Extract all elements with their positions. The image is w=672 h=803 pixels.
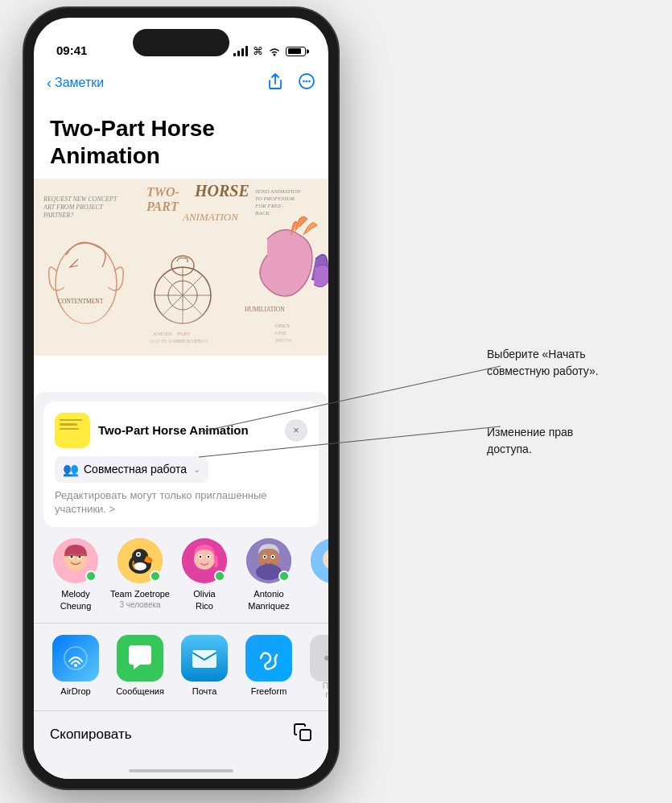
phone-frame: 09:41 ⌘ (24, 8, 338, 789)
horse-sketch: REQUEST NEW CONCEPT ART FROM PROJECT PAR… (34, 179, 328, 356)
svg-point-60 (256, 564, 282, 580)
app-label-freeform: Freeform (251, 686, 287, 696)
note-content: Two-Part HorseAnimation REQUEST NEW CONC… (34, 101, 328, 779)
person-melody[interactable]: MelodyCheung (43, 538, 108, 612)
close-icon: × (293, 424, 299, 436)
avatar-wrapper-olivia (182, 538, 227, 583)
home-indicator (129, 769, 233, 772)
wifi-icon: ⌘ (253, 45, 263, 57)
notes-app-icon (55, 413, 90, 448)
svg-rect-73 (300, 730, 311, 740)
person-name-olivia: OliviaRico (193, 588, 216, 612)
person-name-melody: MelodyCheung (60, 588, 92, 612)
battery-icon (286, 47, 306, 56)
svg-point-0 (274, 53, 276, 56)
online-badge-olivia (214, 570, 225, 582)
sketch-area: REQUEST NEW CONCEPT ART FROM PROJECT PAR… (34, 179, 328, 356)
note-title-area: Two-Part HorseAnimation (34, 101, 328, 179)
apps-row: AirDrop Сообщения (34, 623, 328, 710)
copy-row[interactable]: Скопировать (34, 710, 328, 756)
svg-point-49 (194, 549, 215, 570)
app-messages[interactable]: Сообщения (108, 635, 172, 699)
svg-point-70 (324, 656, 328, 661)
nav-bar: ‹ Заметки (34, 65, 328, 101)
person-name-team: Team Zoetrope (110, 588, 170, 599)
app-label-airdrop: AirDrop (60, 686, 90, 696)
svg-rect-35 (34, 179, 328, 356)
app-label-more: Про...по... (323, 682, 328, 699)
copy-icon (293, 723, 312, 747)
app-airdrop[interactable]: AirDrop (43, 635, 108, 699)
person-team-zoetrope[interactable]: Team Zoetrope 3 человека (108, 538, 172, 612)
share-sheet: Two-Part Horse Animation × 👥 Совместная … (34, 392, 328, 779)
dynamic-island (133, 29, 229, 56)
collab-title: Two-Part Horse Animation (98, 423, 249, 437)
more-apps-icon (310, 635, 328, 682)
phone-screen: 09:41 ⌘ (34, 18, 328, 779)
close-button[interactable]: × (285, 419, 307, 442)
svg-point-2 (303, 80, 305, 82)
mail-icon (181, 635, 228, 682)
svg-point-68 (74, 664, 77, 667)
people-row: MelodyCheung (34, 527, 328, 623)
people-icon: 👥 (63, 462, 79, 477)
app-label-messages: Сообщения (116, 686, 164, 696)
person-name-antonio: AntonioManriquez (248, 588, 289, 612)
app-more[interactable]: Про...по... (301, 635, 328, 699)
back-button[interactable]: ‹ Заметки (47, 75, 104, 92)
collab-header: Two-Part Horse Animation × (55, 413, 307, 448)
copy-label: Скопировать (50, 727, 132, 743)
svg-point-53 (208, 556, 209, 558)
chevron-left-icon: ‹ (47, 75, 52, 92)
app-freeform[interactable]: Freeform (237, 635, 301, 699)
svg-point-47 (134, 562, 146, 570)
annotation-1: Выберите «Начать совместную работу». (487, 346, 648, 380)
airdrop-icon (52, 635, 99, 682)
note-title: Two-Part HorseAnimation (50, 115, 312, 169)
signal-icon (233, 46, 248, 56)
chevron-down-icon: ⌄ (193, 464, 200, 475)
svg-point-59 (272, 556, 274, 558)
annotations-container: Выберите «Начать совместную работу». Изм… (487, 346, 648, 458)
person-antonio[interactable]: AntonioManriquez (237, 538, 301, 612)
person-sub-team: 3 человека (119, 600, 160, 609)
collab-dropdown-label: Совместная работа (84, 463, 187, 476)
share-icon[interactable] (267, 72, 283, 94)
annotation-2: Изменение прав доступа. (487, 424, 616, 458)
app-label-mail: Почта (192, 686, 217, 696)
avatar-p (311, 538, 328, 583)
more-icon[interactable] (298, 72, 315, 94)
person-olivia[interactable]: OliviaRico (172, 538, 237, 612)
messages-icon (117, 635, 163, 682)
person-p[interactable]: P (301, 538, 328, 612)
status-time: 09:41 (56, 43, 87, 59)
freeform-icon (245, 635, 292, 682)
collab-dropdown[interactable]: 👥 Совместная работа ⌄ (55, 456, 208, 483)
svg-point-3 (306, 80, 308, 82)
svg-point-58 (264, 556, 266, 558)
online-badge-antonio (278, 570, 290, 582)
wifi-signal-icon (268, 47, 281, 56)
svg-point-4 (308, 80, 311, 82)
app-mail[interactable]: Почта (172, 635, 237, 699)
collab-card: Two-Part Horse Animation × 👥 Совместная … (43, 402, 319, 528)
svg-point-46 (138, 554, 140, 556)
collab-app-row: Two-Part Horse Animation (55, 413, 249, 448)
avatar-wrapper-team (117, 538, 163, 583)
collab-access-text[interactable]: Редактировать могут только приглашенные … (55, 489, 307, 517)
avatar-wrapper-antonio (246, 538, 291, 583)
nav-right-icons (267, 72, 315, 94)
status-icons: ⌘ (233, 45, 306, 59)
online-badge-melody (85, 570, 97, 582)
back-label: Заметки (55, 76, 104, 90)
avatar-wrapper-melody (53, 538, 98, 583)
svg-point-52 (200, 556, 201, 558)
online-badge-team (150, 570, 161, 582)
avatar-wrapper-p (311, 538, 328, 583)
